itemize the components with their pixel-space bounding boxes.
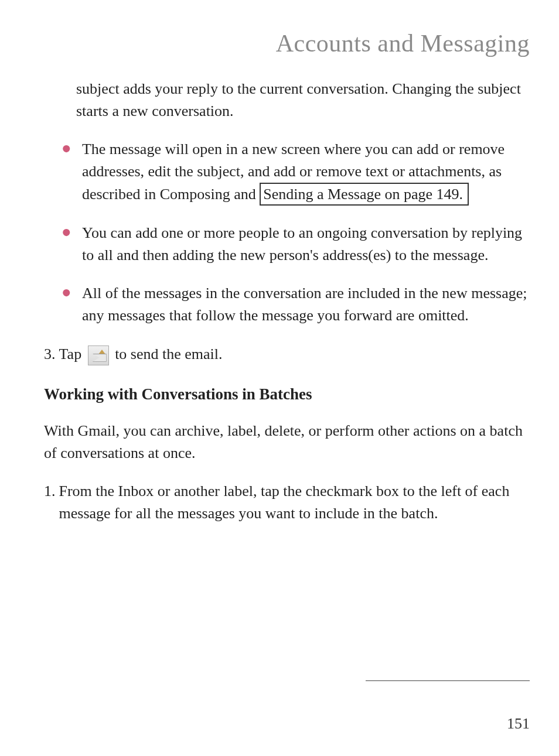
step-1-text: From the Inbox or another label, tap the…	[59, 480, 530, 524]
step-1: 1. From the Inbox or another label, tap …	[44, 480, 530, 524]
step-3-prefix: 3. Tap	[44, 345, 86, 362]
step-1-number: 1.	[44, 480, 56, 502]
bullet-text-1: The message will open in a new screen wh…	[82, 138, 530, 206]
bullet-item-3: ● All of the messages in the conversatio…	[62, 282, 530, 326]
bullet-dot-icon: ●	[62, 222, 71, 266]
bullet-text-2: You can add one or more people to an ong…	[82, 222, 530, 266]
page-title: Accounts and Messaging	[44, 29, 530, 57]
step-3: 3. Tap to send the email.	[44, 343, 530, 365]
bullet-item-2: ● You can add one or more people to an o…	[62, 222, 530, 266]
bullet-text-3: All of the messages in the conversation …	[82, 282, 530, 326]
page-container: Accounts and Messaging subject adds your…	[0, 0, 559, 756]
footer: 151	[366, 680, 530, 733]
footer-divider	[366, 680, 530, 681]
cross-reference-link[interactable]: Sending a Message on page 149.	[260, 183, 469, 206]
intro-fragment: subject adds your reply to the current c…	[76, 78, 530, 122]
bullet-dot-icon: ●	[62, 138, 71, 206]
page-number: 151	[366, 715, 530, 733]
bullet-dot-icon: ●	[62, 282, 71, 326]
send-email-icon	[88, 345, 109, 365]
section-heading: Working with Conversations in Batches	[44, 383, 530, 406]
section-paragraph: With Gmail, you can archive, label, dele…	[44, 420, 530, 464]
body-content: subject adds your reply to the current c…	[44, 78, 530, 525]
bullet-item-1: ● The message will open in a new screen …	[62, 138, 530, 206]
step-3-suffix: to send the email.	[111, 345, 223, 362]
